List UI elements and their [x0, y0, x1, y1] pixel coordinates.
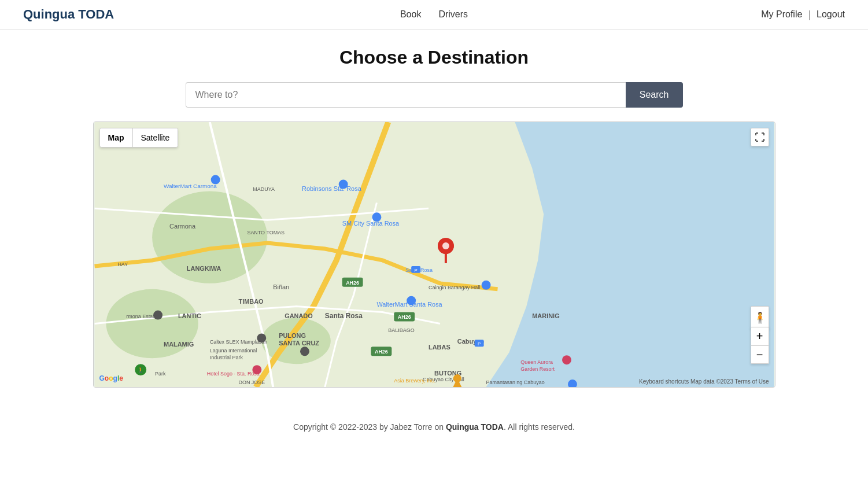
svg-text:BALIBAGO: BALIBAGO: [388, 327, 414, 333]
svg-text:Carmona: Carmona: [169, 223, 196, 230]
svg-text:Pamantasan ng Cabuyao: Pamantasan ng Cabuyao: [486, 380, 544, 385]
svg-point-51: [338, 180, 348, 189]
search-button[interactable]: Search: [626, 82, 683, 108]
streetview-icon: 🧍: [754, 311, 766, 324]
svg-text:AH26: AH26: [346, 280, 359, 286]
zoom-out-button[interactable]: −: [751, 345, 769, 364]
svg-text:Hotel Sogo · Sta. Rosa: Hotel Sogo · Sta. Rosa: [206, 371, 259, 377]
svg-text:Laguna International: Laguna International: [209, 348, 257, 353]
zoom-in-button[interactable]: +: [751, 327, 769, 345]
svg-point-55: [300, 347, 309, 356]
svg-text:DON JOSE: DON JOSE: [238, 380, 265, 385]
svg-text:Asia Brewery, Inc.: Asia Brewery, Inc.: [394, 378, 435, 384]
svg-text:HAY: HAY: [117, 261, 128, 267]
header: Quingua TODA Book Drivers My Profile | L…: [0, 0, 868, 30]
svg-text:Park: Park: [155, 371, 166, 377]
svg-text:Queen Aurora: Queen Aurora: [520, 359, 553, 365]
svg-text:GANADO: GANADO: [285, 312, 313, 319]
svg-text:MARINIG: MARINIG: [532, 312, 559, 319]
google-logo: Google: [99, 374, 123, 382]
svg-point-59: [562, 355, 571, 364]
svg-point-50: [372, 212, 381, 222]
logo: Quingua TODA: [23, 7, 114, 22]
my-profile-link[interactable]: My Profile: [761, 9, 802, 20]
svg-text:P: P: [478, 341, 481, 347]
map-toggle: Map Satellite: [99, 128, 179, 148]
map-svg: AH26 AH26 AH26 LANGKIWA LANTIC MALAMIG P…: [94, 122, 775, 387]
footer-suffix: . All rights reserved.: [504, 422, 575, 432]
svg-text:MADUYA: MADUYA: [253, 186, 275, 192]
svg-text:Industrial Park: Industrial Park: [209, 355, 243, 360]
svg-point-48: [210, 175, 220, 185]
svg-text:LANTIC: LANTIC: [178, 312, 201, 319]
svg-text:SANTA CRUZ: SANTA CRUZ: [279, 340, 319, 347]
svg-text:AH26: AH26: [397, 315, 411, 320]
svg-text:PULONG: PULONG: [279, 332, 306, 339]
zoom-controls: + −: [751, 327, 769, 364]
footer: Copyright © 2022-2023 by Jabez Torre on …: [0, 411, 868, 443]
search-container: Search: [186, 82, 683, 108]
svg-point-71: [442, 242, 449, 249]
map-area[interactable]: AH26 AH26 AH26 LANGKIWA LANTIC MALAMIG P…: [94, 122, 775, 387]
map-wrapper: AH26 AH26 AH26 LANGKIWA LANTIC MALAMIG P…: [93, 121, 775, 388]
footer-text: Copyright © 2022-2023 by Jabez Torre on: [293, 422, 446, 432]
logout-link[interactable]: Logout: [817, 9, 845, 20]
header-right: My Profile | Logout: [761, 9, 845, 21]
svg-point-53: [481, 281, 490, 290]
fullscreen-button[interactable]: [751, 128, 769, 146]
svg-text:LABAS: LABAS: [429, 344, 450, 351]
map-view-button[interactable]: Map: [100, 128, 133, 147]
footer-brand: Quingua TODA: [446, 422, 504, 432]
nav-book[interactable]: Book: [400, 9, 421, 20]
svg-point-54: [257, 333, 266, 342]
svg-text:TIMBAO: TIMBAO: [238, 298, 264, 305]
header-divider: |: [808, 9, 811, 21]
map-attribution: Keyboard shortcuts Map data ©2023 Terms …: [639, 378, 769, 385]
main-content: Choose a Destination Search: [0, 30, 868, 399]
svg-text:SM City Santa Rosa: SM City Santa Rosa: [342, 220, 399, 227]
svg-text:WalterMart Carmona: WalterMart Carmona: [164, 183, 217, 190]
svg-text:Caingin Barangay Hall: Caingin Barangay Hall: [429, 285, 480, 290]
page-title: Choose a Destination: [339, 47, 529, 68]
satellite-view-button[interactable]: Satellite: [133, 128, 178, 147]
svg-point-52: [407, 296, 416, 305]
destination-input[interactable]: [186, 82, 626, 108]
svg-text:🚶: 🚶: [137, 366, 145, 374]
svg-point-60: [252, 365, 261, 374]
streetview-button[interactable]: 🧍: [751, 306, 769, 329]
svg-text:Biñan: Biñan: [273, 283, 289, 290]
svg-text:P: P: [414, 268, 417, 273]
main-nav: Book Drivers: [400, 9, 468, 20]
svg-point-62: [453, 374, 461, 382]
svg-text:Robinsons Sta. Rosa: Robinsons Sta. Rosa: [302, 185, 362, 192]
svg-text:Santa Rosa: Santa Rosa: [324, 312, 362, 320]
svg-text:LANGKIWA: LANGKIWA: [186, 265, 221, 272]
svg-text:MALAMIG: MALAMIG: [164, 341, 194, 348]
fullscreen-icon: [755, 132, 764, 142]
svg-text:AH26: AH26: [374, 349, 387, 355]
svg-point-56: [153, 311, 162, 320]
svg-text:Garden Resort: Garden Resort: [520, 366, 555, 372]
nav-drivers[interactable]: Drivers: [438, 9, 468, 20]
svg-text:SANTO TOMAS: SANTO TOMAS: [247, 230, 285, 235]
